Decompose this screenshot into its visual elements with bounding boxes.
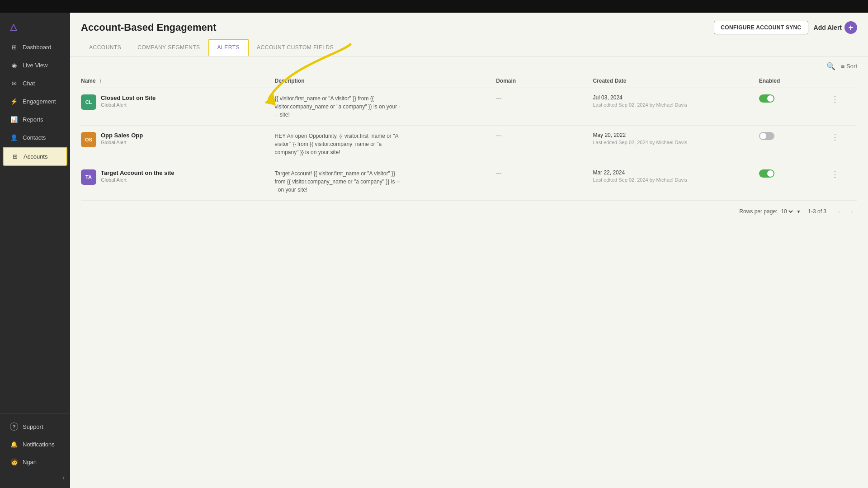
toggle-knob-target-account	[767, 170, 774, 177]
alert-created-date-target-account: Mar 22, 2024	[593, 169, 753, 176]
cell-created-target-account: Mar 22, 2024 Last edited Sep 02, 2024 by…	[593, 163, 759, 201]
reports-icon: 📊	[10, 115, 18, 123]
alert-domain-closed-lost: ---	[496, 95, 501, 101]
alert-created-date-closed-lost: Jul 03, 2024	[593, 94, 753, 101]
accounts-icon: ⊞	[11, 152, 19, 160]
table-toolbar: 🔍 ≡ Sort	[81, 56, 857, 74]
next-page-button[interactable]: ›	[846, 206, 857, 217]
sidebar-label-accounts: Accounts	[24, 153, 47, 160]
page-range: 1-3 of 3	[808, 208, 826, 215]
logo[interactable]: △	[3, 17, 67, 38]
main-content: Account-Based Engagement CONFIGURE ACCOU…	[70, 13, 868, 488]
col-header-actions	[828, 74, 857, 88]
rows-per-page-select[interactable]: 10 25 50	[779, 208, 794, 215]
alert-created-date-opp-sales: May 20, 2022	[593, 132, 753, 138]
cell-domain-opp-sales: ---	[496, 126, 593, 163]
sidebar-collapse-btn[interactable]: ‹	[0, 471, 70, 484]
alert-domain-target-account: ---	[496, 170, 501, 176]
cell-description-opp-sales: HEY An open Opportunity, {{ visitor.firs…	[274, 126, 496, 163]
cell-created-opp-sales: May 20, 2022 Last edited Sep 02, 2024 by…	[593, 126, 759, 163]
alert-last-edited-opp-sales: Last edited Sep 02, 2024 by Michael Davi…	[593, 140, 753, 145]
sidebar-label-chat: Chat	[23, 80, 35, 87]
alert-avatar-target-account: TA	[81, 169, 96, 185]
cell-created-closed-lost: Jul 03, 2024 Last edited Sep 02, 2024 by…	[593, 88, 759, 126]
alert-avatar-closed-lost: CL	[81, 94, 96, 110]
tab-accounts[interactable]: ACCOUNTS	[81, 40, 129, 56]
sidebar-item-user[interactable]: 🧑 Ngan	[3, 453, 67, 470]
sort-lines-icon: ≡	[841, 63, 844, 70]
sidebar-item-live-view[interactable]: ◉ Live View	[3, 56, 67, 74]
sidebar-item-accounts[interactable]: ⊞ Accounts	[3, 147, 67, 166]
page-header: Account-Based Engagement CONFIGURE ACCOU…	[70, 13, 868, 34]
col-header-enabled: Enabled	[759, 74, 828, 88]
cell-name-target-account: TA Target Account on the site Global Ale…	[81, 163, 274, 201]
rows-per-page-label: Rows per page:	[739, 208, 777, 215]
sidebar: △ ⊞ Dashboard ◉ Live View ✉ Chat ⚡ Engag…	[0, 13, 70, 488]
support-icon: ?	[10, 422, 18, 431]
more-options-button-opp-sales[interactable]: ⋮	[828, 132, 852, 142]
alert-name-opp-sales: Opp Sales Opp	[101, 132, 143, 139]
sidebar-label-notifications: Notifications	[23, 441, 55, 448]
notifications-icon: 🔔	[10, 440, 18, 448]
table-row: OS Opp Sales Opp Global Alert HEY An ope…	[81, 126, 857, 163]
table-header-row: Name ↑ Description Domain Created Date E…	[81, 74, 857, 88]
alerts-table: Name ↑ Description Domain Created Date E…	[81, 74, 857, 201]
enabled-toggle-target-account[interactable]	[759, 169, 774, 178]
sort-button[interactable]: ≡ Sort	[841, 63, 857, 70]
sidebar-item-reports[interactable]: 📊 Reports	[3, 111, 67, 128]
cell-enabled-opp-sales	[759, 126, 828, 163]
tab-account-custom-fields[interactable]: ACCOUNT CUSTOM FIELDS	[249, 40, 342, 56]
alert-domain-opp-sales: ---	[496, 132, 501, 139]
engagement-icon: ⚡	[10, 97, 18, 105]
prev-page-button[interactable]: ‹	[834, 206, 844, 217]
sort-asc-icon: ↑	[99, 78, 102, 84]
toggle-knob-closed-lost	[767, 95, 774, 102]
cell-domain-target-account: ---	[496, 163, 593, 201]
sidebar-label-user: Ngan	[23, 459, 37, 465]
more-options-button-closed-lost[interactable]: ⋮	[828, 94, 852, 104]
user-avatar-icon: 🧑	[10, 458, 18, 466]
page-title: Account-Based Engagement	[81, 22, 217, 33]
sidebar-item-engagement[interactable]: ⚡ Engagement	[3, 93, 67, 110]
dashboard-icon: ⊞	[10, 43, 18, 51]
tab-company-segments[interactable]: COMPANY SEGMENTS	[129, 40, 208, 56]
contacts-icon: 👤	[10, 133, 18, 141]
chevron-down-icon: ▼	[796, 209, 801, 214]
sidebar-item-chat[interactable]: ✉ Chat	[3, 75, 67, 92]
cell-more-opp-sales: ⋮	[828, 126, 857, 163]
sidebar-item-contacts[interactable]: 👤 Contacts	[3, 129, 67, 146]
enabled-toggle-closed-lost[interactable]	[759, 94, 774, 103]
cell-description-closed-lost: {{ visitor.first_name or "A visitor" }} …	[274, 88, 496, 126]
add-alert-button[interactable]: Add Alert +	[814, 21, 857, 34]
cell-more-closed-lost: ⋮	[828, 88, 857, 126]
add-alert-label: Add Alert	[814, 24, 842, 31]
alert-last-edited-closed-lost: Last edited Sep 02, 2024 by Michael Davi…	[593, 102, 753, 108]
alert-sublabel-closed-lost: Global Alert	[101, 102, 156, 108]
cell-enabled-closed-lost	[759, 88, 828, 126]
col-header-name: Name ↑	[81, 74, 274, 88]
rows-per-page: Rows per page: 10 25 50 ▼	[739, 208, 801, 215]
cell-name-closed-lost: CL Closed Lost on Site Global Alert	[81, 88, 274, 126]
col-header-domain: Domain	[496, 74, 593, 88]
alert-description-target-account: Target Account! {{ visitor.first_name or…	[274, 169, 401, 194]
cell-enabled-target-account	[759, 163, 828, 201]
cell-domain-closed-lost: ---	[496, 88, 593, 126]
cell-name-opp-sales: OS Opp Sales Opp Global Alert	[81, 126, 274, 163]
cell-description-target-account: Target Account! {{ visitor.first_name or…	[274, 163, 496, 201]
sidebar-item-support[interactable]: ? Support	[3, 418, 67, 435]
alert-name-target-account: Target Account on the site	[101, 169, 175, 176]
more-options-button-target-account[interactable]: ⋮	[828, 169, 852, 179]
logo-icon: △	[10, 21, 17, 32]
search-icon[interactable]: 🔍	[826, 62, 835, 70]
sidebar-item-notifications[interactable]: 🔔 Notifications	[3, 436, 67, 453]
configure-account-sync-button[interactable]: CONFIGURE ACCOUNT SYNC	[714, 21, 808, 34]
alert-last-edited-target-account: Last edited Sep 02, 2024 by Michael Davi…	[593, 177, 753, 183]
sidebar-label-live-view: Live View	[23, 62, 47, 69]
sidebar-item-dashboard[interactable]: ⊞ Dashboard	[3, 38, 67, 56]
top-bar	[0, 0, 868, 13]
col-header-created-date: Created Date	[593, 74, 759, 88]
enabled-toggle-opp-sales[interactable]	[759, 132, 774, 140]
toggle-knob-opp-sales	[760, 133, 766, 139]
page-nav: ‹ ›	[834, 206, 857, 217]
tab-alerts[interactable]: ALERTS	[208, 39, 249, 56]
